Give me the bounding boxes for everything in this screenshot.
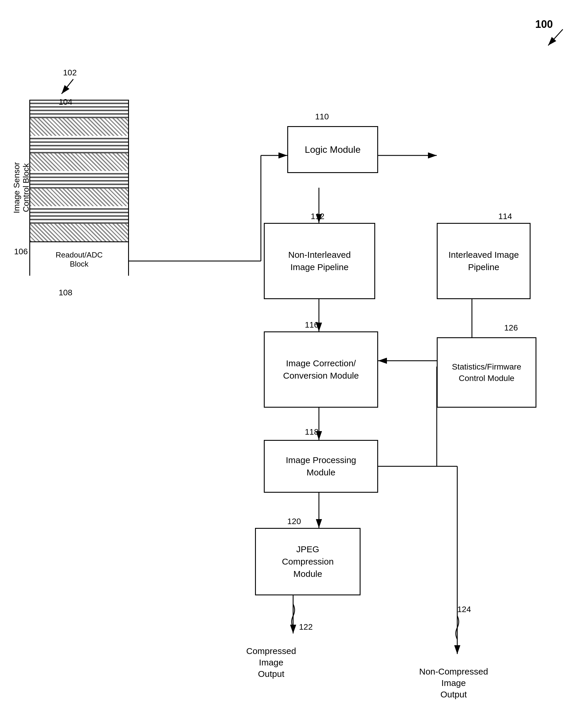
image-sensor-label: Image SensorControl Block xyxy=(14,111,29,264)
svg-line-2 xyxy=(548,29,563,45)
ref-116: 116 xyxy=(305,320,319,330)
ref-114: 114 xyxy=(498,211,512,222)
interleaved-box: Interleaved ImagePipeline xyxy=(437,223,530,299)
ref-110: 110 xyxy=(315,111,329,122)
statistics-firmware-box: Statistics/FirmwareControl Module xyxy=(437,337,537,408)
image-correction-box: Image Correction/Conversion Module xyxy=(264,331,378,408)
non-compressed-output-label: Non-CompressedImageOutput xyxy=(419,666,488,700)
ref-120: 120 xyxy=(287,516,301,527)
jpeg-compression-box: JPEGCompressionModule xyxy=(255,528,360,595)
ref-106: 106 xyxy=(14,246,28,257)
ref-126: 126 xyxy=(504,323,518,333)
ref-118: 118 xyxy=(305,427,319,437)
readout-adc-label: Readout/ADCBlock xyxy=(56,250,103,269)
diagram-container: 100 102 Image SensorControl Block Readou… xyxy=(0,0,588,720)
logic-module-box: Logic Module xyxy=(287,126,378,173)
compressed-output-label: CompressedImageOutput xyxy=(246,645,296,680)
ref-104: 104 xyxy=(59,97,72,107)
ref-112: 112 xyxy=(311,211,324,222)
ref-102: 102 xyxy=(63,67,77,78)
image-processing-box: Image ProcessingModule xyxy=(264,440,378,493)
ref-122: 122 xyxy=(299,622,313,632)
svg-line-3 xyxy=(62,79,73,94)
non-interleaved-box: Non-InterleavedImage Pipeline xyxy=(264,223,375,299)
sensor-block: Readout/ADCBlock xyxy=(29,100,129,276)
ref-124: 124 xyxy=(457,604,471,615)
ref-100: 100 xyxy=(535,18,553,32)
ref-108: 108 xyxy=(59,287,72,298)
